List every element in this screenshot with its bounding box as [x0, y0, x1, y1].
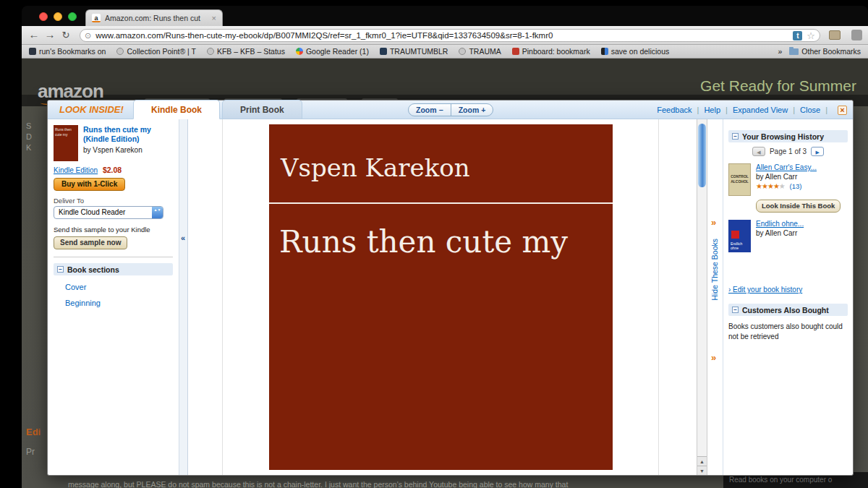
bookmarks-bar: run's Bookmarks on Collection Point® | T… — [22, 45, 868, 59]
collapse-section-icon[interactable]: − — [732, 133, 739, 140]
bookmark-star-icon[interactable]: ☆ — [807, 30, 815, 41]
bookmark-label: Google Reader (1) — [306, 47, 369, 56]
bookmark-label: Pinboard: bookmark — [522, 47, 590, 56]
book-cover-thumbnail[interactable]: Runs then cute my — [54, 125, 78, 161]
page-edge — [658, 119, 659, 475]
delicious-favicon-icon — [601, 48, 608, 55]
thumbnail-text: Endlich ohne — [731, 241, 751, 250]
hide-these-books-link[interactable]: Hide These Books — [710, 239, 719, 301]
collapse-sidebar-icon[interactable]: « — [181, 234, 185, 242]
folder-icon — [789, 48, 799, 55]
tumblr-extension-icon[interactable]: t — [793, 31, 802, 40]
bookmark-item[interactable]: save on delicious — [601, 47, 670, 56]
buy-one-click-button[interactable]: Buy with 1-Click — [54, 178, 125, 191]
bookmark-item[interactable]: Collection Point® | T — [116, 47, 195, 56]
amazon-favicon-icon: a — [92, 14, 101, 22]
bookmark-favicon-icon — [380, 48, 387, 55]
reader-scrollbar[interactable]: ▲ ▼ — [697, 119, 707, 475]
history-item: CONTROL ALCOHOL Allen Carr's Easy... by … — [728, 163, 848, 196]
scroll-up-icon[interactable]: ▲ — [697, 456, 707, 466]
delivery-device-select[interactable]: Kindle Cloud Reader ▲▼ — [54, 206, 163, 219]
bookmark-item[interactable]: run's Bookmarks on — [29, 47, 106, 56]
zoom-out-button[interactable]: Zoom − — [409, 104, 451, 116]
site-info-icon[interactable]: ⊙ — [85, 31, 91, 40]
book-title[interactable]: Runs then cute my (Kindle Edition) — [83, 125, 173, 144]
collapse-section-icon[interactable]: − — [732, 307, 739, 313]
pager-label: Page 1 of 3 — [770, 147, 807, 155]
expand-icon[interactable]: » — [711, 352, 716, 363]
back-icon[interactable]: ← — [27, 28, 41, 40]
divider — [54, 257, 173, 257]
bookmarks-overflow-icon[interactable]: » — [778, 47, 782, 56]
bookmark-favicon-icon — [207, 48, 214, 55]
book-sections-header[interactable]: − Book sections — [54, 263, 173, 275]
close-link[interactable]: Close — [800, 106, 833, 114]
bookmark-item[interactable]: Google Reader (1) — [296, 47, 369, 56]
bookmark-item[interactable]: Pinboard: bookmark — [512, 47, 590, 56]
cover-rule — [269, 202, 613, 204]
feedback-link[interactable]: Feedback — [657, 106, 704, 114]
book-sections-label: Book sections — [67, 265, 119, 274]
history-book-title-link[interactable]: Allen Carr's Easy... — [756, 163, 817, 171]
bookmark-favicon-icon — [116, 48, 124, 55]
other-bookmarks-folder[interactable]: Other Bookmarks — [789, 47, 861, 56]
bookmark-item[interactable]: TRAUMTUMBLR — [380, 47, 448, 56]
look-inside-modal: LOOK INSIDE! Kindle Book Print Book Zoom… — [47, 100, 854, 476]
tab-kindle-book[interactable]: Kindle Book — [133, 100, 220, 119]
cover-author-text: Vspen Karekon — [281, 153, 470, 182]
select-stepper-icon[interactable]: ▲▼ — [152, 207, 163, 218]
wrench-menu-icon[interactable] — [851, 30, 862, 40]
send-sample-label: Send this sample to your Kindle — [54, 226, 173, 234]
extension-icon[interactable] — [829, 30, 841, 40]
history-book-thumbnail[interactable]: CONTROL ALCOHOL — [728, 163, 751, 196]
sidebar-collapse-strip[interactable]: « — [179, 119, 188, 475]
send-sample-button[interactable]: Send sample now — [54, 236, 127, 249]
book-author: by Vspen Karekon — [83, 146, 173, 154]
clipped-page-text: S D K — [26, 121, 45, 153]
expanded-view-link[interactable]: Expanded View — [733, 106, 800, 114]
forward-icon[interactable]: → — [43, 28, 56, 40]
clipped-product-heading: Pr — [26, 447, 35, 457]
bookmark-label: Collection Point® | T — [127, 47, 195, 56]
rating-count-link[interactable]: (13) — [790, 182, 802, 190]
thumbnail-red-square — [731, 231, 739, 239]
window-minimize-button[interactable] — [54, 12, 62, 21]
help-link[interactable]: Help — [704, 106, 732, 114]
rating: ★★★★★ (13) — [756, 182, 817, 190]
window-zoom-button[interactable] — [68, 12, 77, 21]
browser-tab[interactable]: a Amazon.com: Runs then cut × — [85, 9, 223, 26]
clipped-editorial-heading: Edi — [26, 427, 41, 437]
history-item: Endlich ohne Endlich ohne... by Allen Ca… — [728, 220, 848, 252]
tab-close-icon[interactable]: × — [212, 14, 216, 22]
edit-book-history-link[interactable]: › Edit your book history — [728, 286, 848, 294]
section-link-beginning[interactable]: Beginning — [65, 299, 173, 307]
bookmark-item[interactable]: KFB – KFB – Status — [207, 47, 285, 56]
url-text[interactable]: www.amazon.com/Runs-then-cute-my-ebook/d… — [95, 31, 788, 40]
close-icon[interactable]: × — [838, 106, 847, 115]
customers-also-bought-header[interactable]: − Customers Also Bought — [728, 304, 848, 316]
amazon-page-dimmed: amazon Get Ready for Summer S D K Edi Pr… — [22, 59, 868, 488]
browsing-history-header[interactable]: − Your Browsing History — [728, 130, 848, 142]
window-close-button[interactable] — [39, 12, 48, 21]
collapse-section-icon[interactable]: − — [57, 266, 64, 273]
pager-prev-icon[interactable]: ◀ — [752, 147, 765, 156]
address-bar[interactable]: ⊙ www.amazon.com/Runs-then-cute-my-ebook… — [80, 29, 820, 42]
star-empty-icon: ★ — [779, 182, 786, 190]
expand-icon[interactable]: » — [711, 217, 716, 228]
section-link-cover[interactable]: Cover — [65, 283, 173, 291]
tab-print-book[interactable]: Print Book — [222, 100, 302, 119]
zoom-in-button[interactable]: Zoom + — [451, 104, 493, 116]
tab-title: Amazon.com: Runs then cut — [105, 14, 208, 22]
scroll-down-icon[interactable]: ▼ — [697, 466, 707, 475]
bookmark-label: TRAUMA — [469, 47, 501, 56]
scrollbar-thumb[interactable] — [698, 124, 706, 187]
look-inside-this-book-button[interactable]: Look Inside This Book — [756, 200, 841, 213]
browsing-history-label: Your Browsing History — [742, 132, 824, 141]
reader-tabs: Kindle Book Print Book — [133, 100, 302, 119]
pager-next-icon[interactable]: ▶ — [811, 147, 824, 156]
bookmark-item[interactable]: TRAUMA — [459, 47, 501, 56]
history-book-title-link[interactable]: Endlich ohne... — [756, 220, 804, 228]
history-book-thumbnail[interactable]: Endlich ohne — [728, 220, 751, 252]
kindle-edition-link[interactable]: Kindle Edition — [54, 166, 98, 174]
reload-icon[interactable]: ↻ — [59, 30, 72, 40]
